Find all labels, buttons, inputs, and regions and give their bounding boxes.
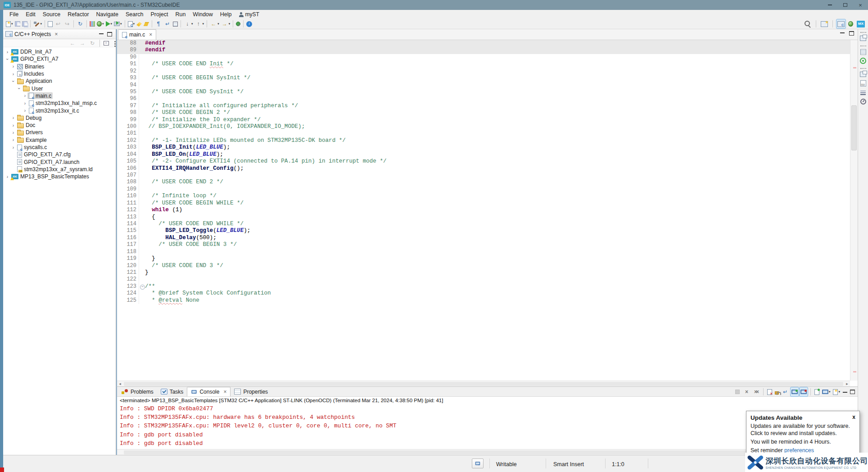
- menu-navigate[interactable]: Navigate: [93, 10, 122, 18]
- maximize-window-button[interactable]: [837, 0, 853, 10]
- code-line-113[interactable]: 113 {: [117, 214, 850, 221]
- tree-item-stm32mp13xx-it-c[interactable]: ›stm32mp13xx_it.c: [3, 107, 116, 114]
- tree-chevron-icon[interactable]: ›: [23, 93, 27, 98]
- code-line-89[interactable]: 89#endif: [117, 47, 850, 54]
- dropdown-arrow-icon[interactable]: ▾: [11, 22, 13, 26]
- menu-help[interactable]: Help: [217, 10, 235, 18]
- code-line-91[interactable]: 91 /* USER CODE END Init */: [117, 61, 850, 68]
- dropdown-arrow-icon[interactable]: ▾: [229, 22, 231, 26]
- open-console-pinned-icon[interactable]: [814, 387, 820, 396]
- tree-chevron-icon[interactable]: ›: [11, 79, 16, 84]
- code-line-111[interactable]: 111 /* USER CODE BEGIN WHILE */: [117, 200, 850, 207]
- code-line-97[interactable]: 97 /* Initialize all configured peripher…: [117, 103, 850, 109]
- build-analyzer-icon[interactable]: [859, 88, 867, 97]
- tab-problems[interactable]: Problems: [118, 387, 157, 396]
- dropdown-arrow-icon[interactable]: ▾: [203, 22, 204, 26]
- tree-chevron-icon[interactable]: ›: [23, 101, 27, 106]
- debug-icon[interactable]: ▾: [96, 19, 105, 28]
- tree-item-binaries[interactable]: ›Binaries: [3, 63, 116, 70]
- tree-chevron-icon[interactable]: ›: [23, 108, 27, 113]
- debug-target-icon[interactable]: [859, 56, 867, 65]
- minimize-view-icon[interactable]: [99, 33, 104, 35]
- tree-chevron-icon[interactable]: ›: [11, 137, 16, 142]
- word-wrap-icon[interactable]: ↵: [163, 19, 172, 28]
- code-line-117[interactable]: 117 /* USER CODE BEGIN 3 */: [117, 241, 850, 248]
- close-console-tab-icon[interactable]: ×: [223, 389, 226, 395]
- tree-chevron-icon[interactable]: ›: [5, 50, 10, 54]
- remove-all-launches-icon[interactable]: ××: [751, 387, 760, 396]
- dropdown-arrow-icon[interactable]: ▾: [838, 390, 840, 394]
- view-menu-icon[interactable]: [111, 39, 114, 48]
- minimize-window-button[interactable]: [822, 0, 837, 10]
- projects-view-tab[interactable]: C/C++ Projects: [14, 31, 51, 37]
- clear-console-icon[interactable]: [766, 387, 773, 396]
- run-icon[interactable]: ▾: [105, 19, 113, 28]
- close-projects-view-icon[interactable]: ×: [54, 31, 58, 37]
- tree-chevron-icon[interactable]: ›: [11, 72, 16, 77]
- maximize-view-icon[interactable]: [849, 387, 856, 396]
- tree-chevron-icon[interactable]: ›: [17, 86, 22, 91]
- overview-error-mark[interactable]: [853, 67, 856, 68]
- code-line-123[interactable]: 123/**: [117, 283, 850, 290]
- code-line-119[interactable]: 119 }: [117, 255, 850, 262]
- code-line-104[interactable]: 104 BSP_LED_On(LED_BLUE);: [117, 151, 850, 158]
- drag-handle[interactable]: [860, 68, 866, 69]
- vertical-scrollbar-thumb[interactable]: [851, 105, 857, 150]
- dropdown-arrow-icon[interactable]: ▾: [133, 22, 135, 26]
- close-editor-tab-icon[interactable]: ×: [149, 32, 152, 38]
- code-line-107[interactable]: 107: [117, 172, 850, 179]
- maximize-view-icon[interactable]: [107, 32, 112, 36]
- code-line-118[interactable]: 118: [117, 249, 850, 255]
- collapse-all-icon[interactable]: [103, 39, 110, 48]
- code-line-122[interactable]: 122: [117, 276, 850, 283]
- new-icon[interactable]: ▾: [5, 19, 14, 28]
- tree-chevron-icon[interactable]: ›: [5, 174, 10, 179]
- previous-annotation-icon[interactable]: ↑▾: [194, 19, 205, 28]
- code-line-102[interactable]: 102 /* -1- Initialize LEDs mounted on ST…: [117, 137, 850, 144]
- external-tools-icon[interactable]: ▾: [113, 19, 123, 28]
- fold-minus-icon[interactable]: [139, 283, 145, 290]
- tree-chevron-icon[interactable]: ›: [5, 57, 10, 62]
- open-search-icon[interactable]: [136, 19, 143, 28]
- code-line-101[interactable]: 101: [117, 130, 850, 137]
- dropdown-arrow-icon[interactable]: ▾: [102, 22, 104, 26]
- toggle-mark-occurrences-icon[interactable]: [143, 19, 150, 28]
- myst-menu[interactable]: myST: [235, 11, 263, 18]
- tree-item-gpio-exti-a7-cfg[interactable]: GPIO_EXTI_A7.cfg: [3, 151, 116, 158]
- restore-view-2-icon[interactable]: [859, 70, 867, 79]
- code-line-108[interactable]: 108 /* USER CODE END 2 */: [117, 179, 850, 186]
- code-area[interactable]: 88#endif89#endif9091 /* USER CODE END In…: [117, 40, 850, 381]
- code-line-98[interactable]: 98 /* USER CODE BEGIN 2 */: [117, 109, 850, 116]
- overview-error-mark[interactable]: [853, 371, 856, 372]
- next-annotation-icon[interactable]: ↓▾: [183, 19, 194, 28]
- open-perspective-icon[interactable]: [820, 19, 829, 28]
- profile-icon[interactable]: [89, 19, 96, 28]
- code-line-112[interactable]: 112 while (1): [117, 207, 850, 213]
- code-line-106[interactable]: 106 EXTI14_IRQHandler_Config();: [117, 165, 850, 172]
- horizontal-scrollbar-thumb[interactable]: [124, 382, 843, 386]
- scroll-lock-icon[interactable]: [774, 387, 780, 396]
- tree-item-debug[interactable]: ›Debug: [3, 114, 116, 122]
- menu-search[interactable]: Search: [122, 10, 147, 18]
- menu-refactor[interactable]: Refactor: [64, 10, 92, 18]
- show-console-on-output-icon[interactable]: [800, 387, 808, 396]
- menu-window[interactable]: Window: [189, 10, 216, 18]
- minimize-editor-icon[interactable]: [840, 32, 845, 34]
- menu-source[interactable]: Source: [39, 10, 64, 18]
- tree-item-doc[interactable]: ›Doc: [3, 122, 116, 129]
- code-line-124[interactable]: 124 * @brief System Clock Configuration: [117, 290, 850, 297]
- scroll-right-arrow-icon[interactable]: ▸: [844, 381, 850, 386]
- maximize-editor-icon[interactable]: [849, 31, 854, 36]
- remove-launch-icon[interactable]: ×: [741, 387, 750, 396]
- tree-item-includes[interactable]: ›Includes: [3, 70, 116, 77]
- close-window-button[interactable]: ×: [853, 0, 868, 10]
- menu-edit[interactable]: Edit: [22, 10, 39, 18]
- tree-item-user[interactable]: ›User: [3, 85, 116, 92]
- tree-chevron-icon[interactable]: ›: [11, 145, 16, 150]
- tree-item-drivers[interactable]: ›Drivers: [3, 129, 116, 136]
- console-word-wrap-icon[interactable]: ↵: [781, 387, 790, 396]
- restore-view-icon[interactable]: [859, 34, 867, 43]
- tree-item-application[interactable]: ›Application: [3, 77, 116, 85]
- show-whitespace-icon[interactable]: ¶: [154, 19, 163, 28]
- update-index-icon[interactable]: ↻: [76, 19, 85, 28]
